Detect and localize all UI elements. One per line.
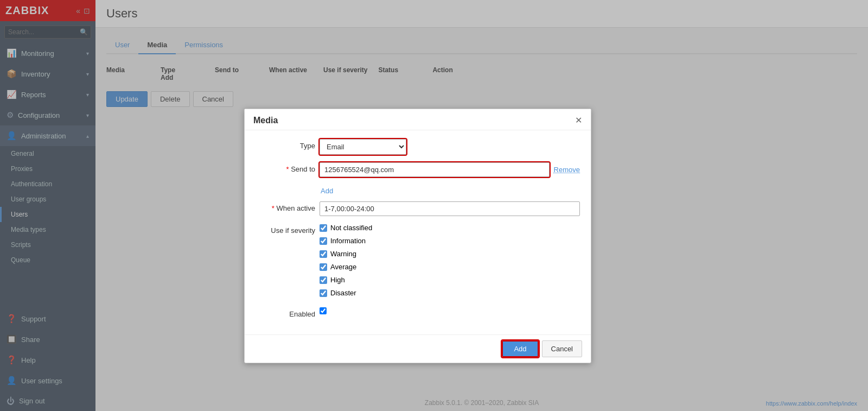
severity-high: High	[320, 276, 580, 284]
type-select[interactable]: Email SMS Jabber Script	[320, 139, 406, 155]
remove-link[interactable]: Remove	[554, 166, 580, 174]
severity-not-classified-checkbox[interactable]	[320, 224, 327, 232]
severity-high-label: High	[330, 276, 345, 284]
send-to-field-wrap: Remove	[320, 162, 580, 179]
send-to-input[interactable]	[320, 162, 550, 177]
severity-label: Use if severity	[256, 224, 315, 235]
modal-body: Type Email SMS Jabber Script Send to	[245, 130, 591, 334]
enabled-label: Enabled	[256, 307, 315, 318]
add-send-to-link[interactable]: Add	[321, 187, 333, 195]
when-active-field-wrap	[320, 201, 580, 216]
modal-cancel-button[interactable]: Cancel	[542, 340, 582, 357]
send-to-row-container: Send to Remove	[256, 162, 580, 179]
severity-not-classified-label: Not classified	[330, 224, 372, 232]
severity-disaster-label: Disaster	[330, 289, 356, 297]
severity-average-checkbox[interactable]	[320, 263, 327, 271]
severity-information: Information	[320, 237, 580, 245]
severity-high-checkbox[interactable]	[320, 276, 327, 284]
send-to-input-row: Remove	[320, 162, 580, 177]
when-active-row: When active	[256, 201, 580, 216]
severity-information-label: Information	[330, 237, 366, 245]
enabled-checkbox[interactable]	[320, 307, 327, 314]
when-active-label: When active	[256, 201, 315, 212]
severity-row: Use if severity Not classified Informati…	[256, 224, 580, 300]
modal-footer: Add Cancel	[245, 334, 591, 363]
severity-disaster: Disaster	[320, 289, 580, 297]
severity-average-label: Average	[330, 263, 356, 271]
send-to-label: Send to	[256, 162, 315, 173]
type-select-wrap: Email SMS Jabber Script	[320, 139, 406, 155]
severity-not-classified: Not classified	[320, 224, 580, 232]
modal-title: Media	[253, 116, 278, 125]
severity-information-checkbox[interactable]	[320, 237, 327, 245]
when-active-input[interactable]	[320, 201, 580, 216]
enabled-row: Enabled	[256, 307, 580, 318]
severity-warning-checkbox[interactable]	[320, 250, 327, 258]
severity-disaster-checkbox[interactable]	[320, 289, 327, 297]
type-row: Type Email SMS Jabber Script	[256, 139, 580, 155]
modal-add-button[interactable]: Add	[502, 340, 538, 357]
modal-header: Media ✕	[245, 109, 591, 130]
severity-average: Average	[320, 263, 580, 271]
severity-checkboxes: Not classified Information Warning Avera…	[320, 224, 580, 300]
media-modal: Media ✕ Type Email SMS Jabber Script Sen…	[244, 109, 591, 363]
type-label: Type	[256, 139, 315, 150]
enabled-checkbox-wrap	[320, 307, 580, 316]
severity-warning: Warning	[320, 250, 580, 258]
modal-close-button[interactable]: ✕	[575, 116, 582, 125]
modal-overlay: Media ✕ Type Email SMS Jabber Script Sen…	[0, 0, 868, 411]
severity-warning-label: Warning	[330, 250, 356, 258]
